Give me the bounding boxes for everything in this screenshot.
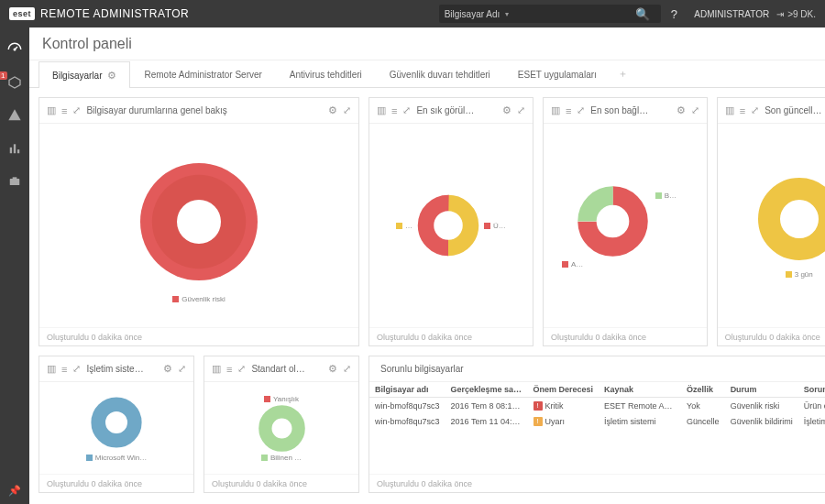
table-row[interactable]: win-bmof8qu7sc32016 Tem 11 04:2…!Uyarıİş… <box>369 413 825 429</box>
panel-title: Standart ol… <box>251 364 323 374</box>
svg-rect-2 <box>14 144 16 153</box>
donut-chart <box>257 403 307 454</box>
help-icon[interactable]: ? <box>661 7 687 21</box>
chart-icon[interactable]: ▥ <box>47 104 56 116</box>
svg-rect-3 <box>17 149 19 153</box>
svg-rect-5 <box>13 177 17 179</box>
panel-title: En sık görül… <box>416 105 496 115</box>
tab-label: Güvenlik duvarı tehditleri <box>390 70 490 80</box>
panel-header: ▥≡⤢ Bilgisayar durumlarına genel bakış ⚙… <box>39 98 358 124</box>
table-header[interactable]: Gerçekleşme saati <box>446 382 528 398</box>
table-header[interactable]: Sorun <box>798 382 825 398</box>
expand-icon[interactable]: ⤢ <box>691 104 699 116</box>
panel-footer: Oluşturuldu 0 dakika önce <box>369 327 533 345</box>
nav-badge: 1 <box>0 71 7 80</box>
logout-button[interactable]: ⇥ >9 DK. <box>776 9 816 19</box>
list-icon[interactable]: ≡ <box>391 105 397 116</box>
share-icon[interactable]: ⤢ <box>751 104 759 116</box>
tab-label: ESET uygulamaları <box>518 70 597 80</box>
list-icon[interactable]: ≡ <box>226 364 232 375</box>
tab-label: Antivirus tehditleri <box>290 70 362 80</box>
panel-footer: Oluşturuldu 0 dakika önce <box>204 474 358 492</box>
panel-title: En son bağl… <box>590 105 670 115</box>
donut-chart <box>574 182 652 260</box>
legend-label: B… <box>665 192 676 200</box>
table-header[interactable]: Özellik <box>681 382 725 398</box>
panel-footer: Oluşturuldu 0 dakika önce <box>39 327 358 345</box>
nav-computers[interactable]: 1 <box>0 68 29 97</box>
tab-av-threats[interactable]: Antivirus tehditleri <box>276 60 376 87</box>
sidebar: 1 📌 <box>0 27 29 504</box>
problems-table: Bilgisayar adıGerçekleşme saatiÖnem Dere… <box>369 382 825 429</box>
table-header[interactable]: Bilgisayar adı <box>369 382 446 398</box>
panel-overview: ▥≡⤢ Bilgisayar durumlarına genel bakış ⚙… <box>38 97 359 346</box>
panel-problems: Sorunlu bilgisayarlar⚙⤢ Bilgisayar adıGe… <box>368 356 825 493</box>
search-icon[interactable]: 🔍 <box>630 7 655 21</box>
tab-computers[interactable]: Bilgisayarlar⚙ <box>38 61 130 88</box>
table-header[interactable]: Önem Derecesi <box>528 382 600 398</box>
svg-point-14 <box>98 404 135 441</box>
nav-reports[interactable] <box>0 134 29 163</box>
chart-icon[interactable]: ▥ <box>212 363 221 375</box>
list-icon[interactable]: ≡ <box>61 105 67 116</box>
nav-threats[interactable] <box>0 101 29 130</box>
pin-icon[interactable]: 📌 <box>8 485 21 497</box>
search-input[interactable] <box>514 9 624 19</box>
chart-icon[interactable]: ▥ <box>551 104 560 116</box>
list-icon[interactable]: ≡ <box>740 105 745 116</box>
tab-label: Remote Administrator Server <box>144 70 261 80</box>
tab-eset-apps[interactable]: ESET uygulamaları <box>504 60 610 87</box>
chevron-down-icon[interactable]: ▾ <box>505 10 509 18</box>
share-icon[interactable]: ⤢ <box>72 104 81 116</box>
table-header[interactable]: Kaynak <box>599 382 681 398</box>
panel-footer: Oluşturuldu 0 dakika önce <box>544 327 707 345</box>
brand: eset REMOTE ADMINISTRATOR <box>9 7 189 20</box>
share-icon[interactable]: ⤢ <box>577 104 585 116</box>
search[interactable]: Bilgisayar Adı ▾ 🔍 <box>439 5 662 23</box>
gear-icon[interactable]: ⚙ <box>163 363 172 375</box>
tabs: Bilgisayarlar⚙ Remote Administrator Serv… <box>29 60 825 88</box>
nav-admin[interactable] <box>0 167 29 196</box>
chart-icon[interactable]: ▥ <box>377 104 386 116</box>
brand-name: REMOTE ADMINISTRATOR <box>40 7 189 20</box>
tab-fw-threats[interactable]: Güvenlik duvarı tehditleri <box>376 60 504 87</box>
share-icon[interactable]: ⤢ <box>72 363 81 375</box>
gear-icon[interactable]: ⚙ <box>502 104 512 116</box>
panel-last-update: ▥≡⤢Son güncell…⚙⤢ 3 gün Oluşturuldu 0 da… <box>717 97 825 346</box>
chart-icon[interactable]: ▥ <box>725 104 734 116</box>
expand-icon[interactable]: ⤢ <box>343 104 351 116</box>
list-icon[interactable]: ≡ <box>566 105 571 116</box>
tab-label: Bilgisayarlar <box>52 71 102 81</box>
add-tab-button[interactable]: ＋ <box>610 67 635 81</box>
table-row[interactable]: win-bmof8qu7sc32016 Tem 8 08:15:…!Kritik… <box>369 398 825 414</box>
search-filter[interactable]: Bilgisayar Adı <box>445 9 500 19</box>
share-icon[interactable]: ⤢ <box>237 363 246 375</box>
gear-icon[interactable]: ⚙ <box>328 363 337 375</box>
chart-icon[interactable]: ▥ <box>47 363 56 375</box>
panel-title: Son güncell… <box>764 105 825 115</box>
gear-icon[interactable]: ⚙ <box>107 70 116 82</box>
panel-standard: ▥≡⤢Standart ol…⚙⤢ Yanışlık Bilinen … Olu… <box>204 356 359 493</box>
table-header[interactable]: Durum <box>725 382 798 398</box>
list-icon[interactable]: ≡ <box>61 364 67 375</box>
panel-footer: Oluşturuldu 0 dakika önce <box>369 474 825 492</box>
admin-label[interactable]: ADMINISTRATOR <box>687 9 776 19</box>
main: Kontrol paneli ⟲ Bilgisayarlar⚙ Remote A… <box>29 27 825 504</box>
expand-icon[interactable]: ⤢ <box>178 363 186 375</box>
legend-label: Bilinen … <box>270 454 302 462</box>
share-icon[interactable]: ⤢ <box>402 104 411 116</box>
expand-icon[interactable]: ⤢ <box>343 363 351 375</box>
expand-icon[interactable]: ⤢ <box>517 104 525 116</box>
dashboard: ▥≡⤢ Bilgisayar durumlarına genel bakış ⚙… <box>29 88 825 504</box>
tab-ra-server[interactable]: Remote Administrator Server <box>130 60 275 87</box>
donut-chart <box>416 193 480 257</box>
gear-icon[interactable]: ⚙ <box>676 104 686 116</box>
legend-label: 3 gün <box>795 270 813 279</box>
legend-label: Yanışlık <box>273 395 299 403</box>
panel-last-conn: ▥≡⤢En son bağl…⚙⤢ B… A… Oluşturuldu 0 da… <box>543 97 708 346</box>
donut-chart <box>126 148 272 295</box>
nav-dashboard[interactable] <box>0 35 29 64</box>
donut-chart <box>89 395 144 450</box>
panel-title: Bilgisayar durumlarına genel bakış <box>86 105 323 115</box>
gear-icon[interactable]: ⚙ <box>328 104 337 116</box>
